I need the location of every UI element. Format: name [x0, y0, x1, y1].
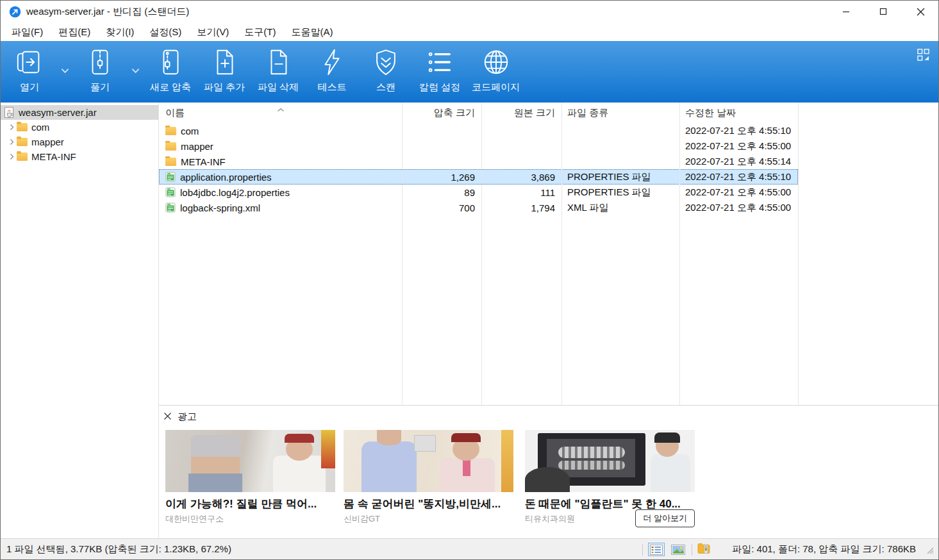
- expand-chevron-icon[interactable]: [6, 153, 17, 160]
- packed-size: 89: [402, 187, 481, 198]
- chevron-down-icon: [61, 68, 69, 74]
- table-row-com[interactable]: com 2022-07-21 오후 4:55:10: [159, 123, 798, 138]
- close-button[interactable]: [902, 0, 939, 23]
- column-divider[interactable]: [561, 103, 562, 405]
- jar-file-icon: [4, 107, 15, 118]
- folder-icon: [165, 158, 176, 166]
- ad-card-2[interactable]: 몸 속 굳어버린 "똥지방,비만세... 신비감GT: [344, 430, 513, 525]
- ad-image[interactable]: [344, 430, 513, 492]
- delete-file-label: 파일 삭제: [258, 81, 299, 94]
- minimize-button[interactable]: [827, 0, 865, 23]
- menu-view[interactable]: 보기(V): [189, 24, 237, 40]
- column-header-packed-size[interactable]: 압축 크기: [402, 107, 481, 119]
- properties-file-icon: [165, 187, 176, 197]
- chevron-down-icon: [131, 68, 140, 74]
- column-settings-button[interactable]: 칼럼 설정: [413, 41, 467, 94]
- add-file-icon: [210, 47, 239, 77]
- column-header-modified-date[interactable]: 수정한 날짜: [679, 107, 798, 119]
- file-type: PROPERTIES 파일: [561, 171, 679, 183]
- preview-view-button[interactable]: [670, 543, 686, 556]
- codepage-button[interactable]: 코드페이지: [467, 41, 525, 94]
- new-archive-button[interactable]: 새로 압축: [144, 41, 197, 94]
- table-row-logback-spring-xml[interactable]: logback-spring.xml 700 1,794 XML 파일 2022…: [159, 200, 798, 215]
- column-divider[interactable]: [798, 103, 799, 405]
- tree-item-meta-inf[interactable]: META-INF: [0, 149, 158, 164]
- menubar: 파일(F) 편집(E) 찾기(I) 설정(S) 보기(V) 도구(T) 도움말(…: [0, 23, 939, 41]
- maximize-button[interactable]: [865, 0, 902, 23]
- table-row-mapper[interactable]: mapper 2022-07-21 오후 4:55:00: [159, 138, 798, 154]
- folder-icon: [17, 152, 28, 161]
- ad-image[interactable]: [165, 430, 335, 492]
- tree-item-label: mapper: [31, 136, 64, 147]
- ad-close-icon[interactable]: [163, 411, 172, 422]
- original-size: 3,869: [481, 172, 561, 183]
- modified-date: 2022-07-21 오후 4:55:10: [679, 171, 798, 183]
- folder-icon: [17, 138, 28, 146]
- selection-status: 1 파일 선택됨, 3.77KB (압축된 크기: 1.23KB, 67.2%): [6, 543, 642, 556]
- column-header-file-type[interactable]: 파일 종류: [561, 107, 679, 119]
- titlebar: weasym-server.jar - 반디집 (스탠더드): [0, 0, 939, 23]
- test-button[interactable]: 테스트: [305, 41, 359, 94]
- column-divider[interactable]: [481, 103, 482, 405]
- menu-file[interactable]: 파일(F): [4, 24, 51, 40]
- learn-more-button[interactable]: 더 알아보기: [635, 509, 695, 527]
- tree-item-archive-root[interactable]: weasym-server.jar: [0, 105, 158, 120]
- menu-settings[interactable]: 설정(S): [142, 24, 189, 40]
- table-row-application-properties[interactable]: application.properties 1,269 3,869 PROPE…: [159, 169, 798, 185]
- packed-size: 700: [402, 202, 481, 213]
- file-list-header: 이름 압축 크기 원본 크기 파일 종류 수정한 날짜: [159, 103, 798, 123]
- extract-icon: [85, 47, 115, 77]
- extract-dropdown[interactable]: [127, 41, 144, 74]
- original-size: 111: [481, 187, 561, 198]
- column-divider[interactable]: [402, 103, 403, 405]
- properties-file-icon: [165, 172, 176, 182]
- resize-grip[interactable]: [925, 545, 934, 556]
- menu-tools[interactable]: 도구(T): [237, 24, 283, 40]
- archive-folder-icon: [697, 543, 710, 554]
- delete-file-button[interactable]: 파일 삭제: [251, 41, 305, 94]
- expand-chevron-icon[interactable]: [6, 124, 17, 131]
- open-label: 열기: [20, 81, 39, 94]
- ad-title[interactable]: 이게 가능해?! 질릴 만큼 먹어...: [165, 497, 335, 511]
- add-file-button[interactable]: 파일 추가: [197, 41, 251, 94]
- ad-title[interactable]: 몸 속 굳어버린 "똥지방,비만세...: [344, 497, 513, 511]
- toolbar: 열기 풀기 새로 압축 파일 추가: [0, 41, 939, 103]
- ad-image[interactable]: [525, 430, 695, 492]
- tree-item-label: com: [31, 122, 49, 133]
- table-row-lob4jdbc-properties[interactable]: lob4jdbc.log4j2.properties 89 111 PROPER…: [159, 185, 798, 200]
- menu-edit[interactable]: 편집(E): [51, 24, 98, 40]
- window-title: weasym-server.jar - 반디집 (스탠더드): [26, 6, 189, 18]
- menu-help[interactable]: 도움말(A): [283, 24, 340, 40]
- open-dropdown[interactable]: [56, 41, 73, 74]
- file-name: logback-spring.xml: [180, 202, 260, 213]
- tree-item-com[interactable]: com: [0, 120, 158, 135]
- details-view-icon: [650, 545, 663, 555]
- main-area: weasym-server.jar com mapper META-INF: [0, 103, 939, 538]
- ad-card-3[interactable]: 돈 때문에 "임플란트" 못 한 40... 티유치과의원 더 알아보기: [525, 430, 695, 525]
- file-type: XML 파일: [561, 202, 679, 214]
- original-size: 1,794: [481, 202, 561, 213]
- extract-label: 풀기: [90, 81, 110, 94]
- ad-label: 광고: [178, 411, 197, 423]
- open-button[interactable]: 열기: [3, 41, 56, 94]
- xml-file-icon: [165, 202, 176, 213]
- codepage-label: 코드페이지: [472, 81, 520, 94]
- modified-date: 2022-07-21 오후 4:55:10: [679, 125, 798, 137]
- ad-source: 대한비만연구소: [165, 513, 335, 525]
- ad-card-1[interactable]: 이게 가능해?! 질릴 만큼 먹어... 대한비만연구소: [165, 430, 335, 525]
- archive-folder-button[interactable]: [697, 543, 710, 556]
- extract-button[interactable]: 풀기: [73, 41, 127, 94]
- modified-date: 2022-07-21 오후 4:55:00: [679, 186, 798, 199]
- menu-find[interactable]: 찾기(I): [98, 24, 142, 40]
- toolbar-customize-button[interactable]: [917, 49, 930, 62]
- table-row-meta-inf[interactable]: META-INF 2022-07-21 오후 4:55:14: [159, 154, 798, 169]
- new-archive-icon: [156, 47, 185, 77]
- details-view-button[interactable]: [648, 543, 665, 556]
- column-header-original-size[interactable]: 원본 크기: [481, 107, 561, 119]
- tree-item-mapper[interactable]: mapper: [0, 135, 158, 149]
- column-divider[interactable]: [679, 103, 680, 405]
- test-icon: [317, 47, 347, 77]
- codepage-icon: [481, 47, 511, 77]
- expand-chevron-icon[interactable]: [6, 138, 17, 145]
- scan-button[interactable]: 스캔: [359, 41, 413, 94]
